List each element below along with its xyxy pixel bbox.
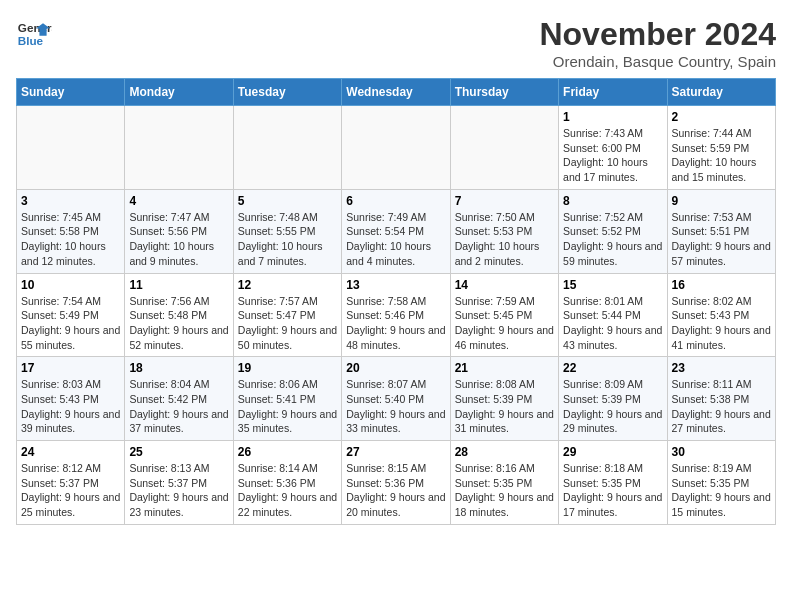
calendar-cell: 1Sunrise: 7:43 AM Sunset: 6:00 PM Daylig… xyxy=(559,106,667,190)
day-number: 11 xyxy=(129,278,228,292)
calendar-cell: 24Sunrise: 8:12 AM Sunset: 5:37 PM Dayli… xyxy=(17,441,125,525)
calendar-cell: 14Sunrise: 7:59 AM Sunset: 5:45 PM Dayli… xyxy=(450,273,558,357)
day-info: Sunrise: 8:04 AM Sunset: 5:42 PM Dayligh… xyxy=(129,377,228,436)
day-info: Sunrise: 8:06 AM Sunset: 5:41 PM Dayligh… xyxy=(238,377,337,436)
calendar-week-row: 17Sunrise: 8:03 AM Sunset: 5:43 PM Dayli… xyxy=(17,357,776,441)
day-info: Sunrise: 8:03 AM Sunset: 5:43 PM Dayligh… xyxy=(21,377,120,436)
calendar-header-row: SundayMondayTuesdayWednesdayThursdayFrid… xyxy=(17,79,776,106)
calendar-cell: 22Sunrise: 8:09 AM Sunset: 5:39 PM Dayli… xyxy=(559,357,667,441)
day-number: 13 xyxy=(346,278,445,292)
day-info: Sunrise: 7:50 AM Sunset: 5:53 PM Dayligh… xyxy=(455,210,554,269)
day-number: 18 xyxy=(129,361,228,375)
day-number: 8 xyxy=(563,194,662,208)
day-number: 2 xyxy=(672,110,771,124)
day-number: 3 xyxy=(21,194,120,208)
day-number: 23 xyxy=(672,361,771,375)
day-number: 26 xyxy=(238,445,337,459)
day-number: 20 xyxy=(346,361,445,375)
calendar-cell: 20Sunrise: 8:07 AM Sunset: 5:40 PM Dayli… xyxy=(342,357,450,441)
day-info: Sunrise: 8:19 AM Sunset: 5:35 PM Dayligh… xyxy=(672,461,771,520)
day-of-week-header: Thursday xyxy=(450,79,558,106)
day-number: 10 xyxy=(21,278,120,292)
calendar-week-row: 3Sunrise: 7:45 AM Sunset: 5:58 PM Daylig… xyxy=(17,189,776,273)
day-number: 15 xyxy=(563,278,662,292)
day-number: 7 xyxy=(455,194,554,208)
day-number: 28 xyxy=(455,445,554,459)
calendar-cell: 30Sunrise: 8:19 AM Sunset: 5:35 PM Dayli… xyxy=(667,441,775,525)
day-info: Sunrise: 7:43 AM Sunset: 6:00 PM Dayligh… xyxy=(563,126,662,185)
day-info: Sunrise: 7:58 AM Sunset: 5:46 PM Dayligh… xyxy=(346,294,445,353)
day-info: Sunrise: 8:13 AM Sunset: 5:37 PM Dayligh… xyxy=(129,461,228,520)
calendar-cell: 8Sunrise: 7:52 AM Sunset: 5:52 PM Daylig… xyxy=(559,189,667,273)
day-info: Sunrise: 8:02 AM Sunset: 5:43 PM Dayligh… xyxy=(672,294,771,353)
day-info: Sunrise: 8:07 AM Sunset: 5:40 PM Dayligh… xyxy=(346,377,445,436)
day-number: 12 xyxy=(238,278,337,292)
day-info: Sunrise: 7:49 AM Sunset: 5:54 PM Dayligh… xyxy=(346,210,445,269)
day-number: 4 xyxy=(129,194,228,208)
day-number: 27 xyxy=(346,445,445,459)
calendar-table: SundayMondayTuesdayWednesdayThursdayFrid… xyxy=(16,78,776,525)
calendar-cell xyxy=(342,106,450,190)
day-number: 25 xyxy=(129,445,228,459)
calendar-cell xyxy=(17,106,125,190)
calendar-week-row: 24Sunrise: 8:12 AM Sunset: 5:37 PM Dayli… xyxy=(17,441,776,525)
day-number: 17 xyxy=(21,361,120,375)
day-info: Sunrise: 8:15 AM Sunset: 5:36 PM Dayligh… xyxy=(346,461,445,520)
day-info: Sunrise: 7:45 AM Sunset: 5:58 PM Dayligh… xyxy=(21,210,120,269)
day-info: Sunrise: 8:12 AM Sunset: 5:37 PM Dayligh… xyxy=(21,461,120,520)
day-of-week-header: Friday xyxy=(559,79,667,106)
day-number: 1 xyxy=(563,110,662,124)
day-info: Sunrise: 8:18 AM Sunset: 5:35 PM Dayligh… xyxy=(563,461,662,520)
calendar-cell: 7Sunrise: 7:50 AM Sunset: 5:53 PM Daylig… xyxy=(450,189,558,273)
day-number: 24 xyxy=(21,445,120,459)
calendar-cell: 26Sunrise: 8:14 AM Sunset: 5:36 PM Dayli… xyxy=(233,441,341,525)
month-title: November 2024 xyxy=(539,16,776,53)
calendar-cell: 23Sunrise: 8:11 AM Sunset: 5:38 PM Dayli… xyxy=(667,357,775,441)
calendar-cell: 15Sunrise: 8:01 AM Sunset: 5:44 PM Dayli… xyxy=(559,273,667,357)
day-number: 29 xyxy=(563,445,662,459)
calendar-cell: 12Sunrise: 7:57 AM Sunset: 5:47 PM Dayli… xyxy=(233,273,341,357)
day-number: 21 xyxy=(455,361,554,375)
calendar-cell: 27Sunrise: 8:15 AM Sunset: 5:36 PM Dayli… xyxy=(342,441,450,525)
calendar-cell: 17Sunrise: 8:03 AM Sunset: 5:43 PM Dayli… xyxy=(17,357,125,441)
day-number: 5 xyxy=(238,194,337,208)
title-area: November 2024 Orendain, Basque Country, … xyxy=(539,16,776,70)
day-number: 22 xyxy=(563,361,662,375)
calendar-cell: 28Sunrise: 8:16 AM Sunset: 5:35 PM Dayli… xyxy=(450,441,558,525)
calendar-week-row: 10Sunrise: 7:54 AM Sunset: 5:49 PM Dayli… xyxy=(17,273,776,357)
calendar-cell: 25Sunrise: 8:13 AM Sunset: 5:37 PM Dayli… xyxy=(125,441,233,525)
calendar-cell: 2Sunrise: 7:44 AM Sunset: 5:59 PM Daylig… xyxy=(667,106,775,190)
day-info: Sunrise: 7:54 AM Sunset: 5:49 PM Dayligh… xyxy=(21,294,120,353)
calendar-cell: 11Sunrise: 7:56 AM Sunset: 5:48 PM Dayli… xyxy=(125,273,233,357)
day-info: Sunrise: 7:57 AM Sunset: 5:47 PM Dayligh… xyxy=(238,294,337,353)
calendar-cell: 16Sunrise: 8:02 AM Sunset: 5:43 PM Dayli… xyxy=(667,273,775,357)
calendar-cell: 5Sunrise: 7:48 AM Sunset: 5:55 PM Daylig… xyxy=(233,189,341,273)
day-number: 6 xyxy=(346,194,445,208)
calendar-cell: 13Sunrise: 7:58 AM Sunset: 5:46 PM Dayli… xyxy=(342,273,450,357)
logo-icon: General Blue xyxy=(16,16,52,52)
day-of-week-header: Wednesday xyxy=(342,79,450,106)
day-info: Sunrise: 7:52 AM Sunset: 5:52 PM Dayligh… xyxy=(563,210,662,269)
day-number: 16 xyxy=(672,278,771,292)
day-of-week-header: Tuesday xyxy=(233,79,341,106)
day-info: Sunrise: 8:14 AM Sunset: 5:36 PM Dayligh… xyxy=(238,461,337,520)
day-info: Sunrise: 8:08 AM Sunset: 5:39 PM Dayligh… xyxy=(455,377,554,436)
day-info: Sunrise: 8:16 AM Sunset: 5:35 PM Dayligh… xyxy=(455,461,554,520)
calendar-cell: 6Sunrise: 7:49 AM Sunset: 5:54 PM Daylig… xyxy=(342,189,450,273)
day-number: 30 xyxy=(672,445,771,459)
calendar-cell: 19Sunrise: 8:06 AM Sunset: 5:41 PM Dayli… xyxy=(233,357,341,441)
location-subtitle: Orendain, Basque Country, Spain xyxy=(539,53,776,70)
day-of-week-header: Saturday xyxy=(667,79,775,106)
calendar-cell: 18Sunrise: 8:04 AM Sunset: 5:42 PM Dayli… xyxy=(125,357,233,441)
calendar-week-row: 1Sunrise: 7:43 AM Sunset: 6:00 PM Daylig… xyxy=(17,106,776,190)
day-info: Sunrise: 8:11 AM Sunset: 5:38 PM Dayligh… xyxy=(672,377,771,436)
day-info: Sunrise: 8:09 AM Sunset: 5:39 PM Dayligh… xyxy=(563,377,662,436)
day-info: Sunrise: 7:44 AM Sunset: 5:59 PM Dayligh… xyxy=(672,126,771,185)
calendar-cell xyxy=(450,106,558,190)
day-of-week-header: Monday xyxy=(125,79,233,106)
day-number: 9 xyxy=(672,194,771,208)
day-info: Sunrise: 7:47 AM Sunset: 5:56 PM Dayligh… xyxy=(129,210,228,269)
day-of-week-header: Sunday xyxy=(17,79,125,106)
day-number: 14 xyxy=(455,278,554,292)
calendar-cell xyxy=(233,106,341,190)
